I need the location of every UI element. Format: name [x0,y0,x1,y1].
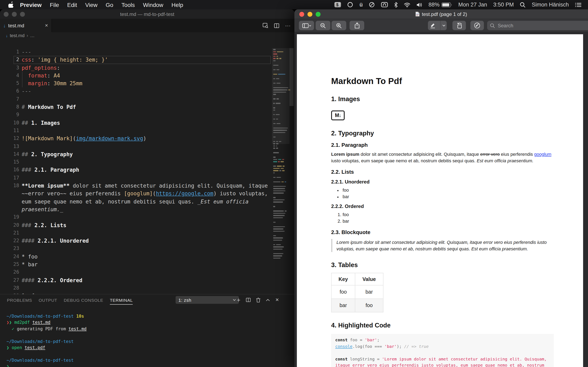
code-line[interactable]: 10## 1. Images [0,119,294,127]
new-terminal-icon[interactable]: + [237,296,241,303]
zoom-window-button[interactable] [316,12,320,17]
code-line[interactable]: praesentium._ [0,206,294,213]
dollar-app-icon[interactable]: $ [335,2,341,7]
pdf-code-block: const foo = 'bar';console.log(foo === 'b… [331,334,554,367]
zoom-window-button[interactable] [20,12,25,17]
minimize-window-button[interactable] [12,12,17,17]
code-line[interactable]: 28 [0,284,294,292]
code-line[interactable]: 26 [0,268,294,276]
search-input[interactable] [497,22,580,29]
code-line[interactable]: 1--- [0,48,294,56]
kill-terminal-icon[interactable] [256,298,260,302]
volume-icon[interactable] [417,2,423,7]
code-line[interactable]: 6--- [0,87,294,95]
close-window-button[interactable] [4,12,9,17]
bluetooth-icon[interactable] [394,2,398,8]
code-line[interactable]: 16### 2.1. Paragraph [0,166,294,174]
highlight-button[interactable] [428,21,447,30]
code-line[interactable]: 8# Markdown To Pdf [0,103,294,111]
maximize-panel-icon[interactable] [266,299,270,301]
code-line[interactable]: 25* bar [0,261,294,268]
window-app-icon[interactable] [381,2,388,7]
menu-tools[interactable]: Tools [117,1,139,8]
breadcrumb[interactable]: ↓ test.md › … [0,32,294,39]
menu-go[interactable]: Go [102,1,117,8]
code-line[interactable]: 22#### 2.2.1. Unordered [0,237,294,245]
menu-help[interactable]: Help [167,1,187,8]
code-line[interactable]: 18**Lorem ipsum** dolor sit amet consect… [0,182,294,190]
code-line[interactable]: 27#### 2.2.2. Ordered [0,276,294,284]
code-line[interactable]: 17 [0,174,294,182]
code-line[interactable]: 5 margin: 30mm 25mm [0,80,294,87]
apple-menu-icon[interactable] [8,2,13,8]
minimap[interactable] [272,48,290,294]
circle-app-icon[interactable] [347,2,354,8]
terminal-line: ~/Downloads/md-to-pdf-test 10s [7,313,290,319]
terminal-output[interactable]: ~/Downloads/md-to-pdf-test 10s❯❯ md2pdf … [7,313,290,367]
list-menu-icon[interactable] [575,2,581,7]
menu-window[interactable]: Window [139,1,167,8]
rotate-button[interactable] [452,21,466,30]
preview-title-bar[interactable]: test.pdf (page 1 of 2) [294,9,588,19]
vscode-window: test.md — md-to-pdf-test ↓ test.md ✕ ⋯ ↓… [0,9,294,367]
markup-button[interactable] [470,21,484,30]
share-button[interactable] [350,21,364,30]
breadcrumb-file[interactable]: test.md [10,33,25,38]
code-line[interactable]: 21 [0,229,294,237]
code-line[interactable]: 9 [0,111,294,119]
active-app-menu[interactable]: Preview [16,1,46,8]
zoom-in-button[interactable] [332,21,346,30]
code-line[interactable]: 13 [0,142,294,150]
editor-scrollbar-thumb[interactable] [290,48,294,106]
menu-bar-date[interactable]: Mon 27 Jan [458,2,487,8]
code-line[interactable]: 15 [0,158,294,166]
code-line[interactable]: 7 [0,95,294,103]
code-line[interactable]: 23 [0,245,294,253]
menu-bar-time[interactable]: 3:50 PM [493,2,514,8]
code-line[interactable]: eum saepe quae nemo et ab, nostrum debit… [0,198,294,206]
panel-tab-debug-console[interactable]: DEBUG CONSOLE [64,298,103,302]
search-field[interactable] [487,21,588,30]
menu-file[interactable]: File [46,1,63,8]
code-line[interactable]: 19 [0,213,294,221]
code-line[interactable]: 20### 2.2. Lists [0,221,294,229]
user-menu[interactable]: Simon Hänisch [532,2,569,8]
code-line[interactable]: 11 [0,127,294,135]
minimap-line [273,172,275,173]
view-menu-button[interactable] [299,21,314,30]
code-line[interactable]: 24* foo [0,253,294,261]
code-line[interactable]: ~~error vero~~ eius perferendis [googlum… [0,190,294,198]
spotlight-search-icon[interactable] [520,2,526,8]
close-window-button[interactable] [299,12,304,17]
tab-test-md[interactable]: ↓ test.md ✕ [0,19,52,32]
do-not-disturb-icon[interactable] [369,2,375,8]
code-line[interactable]: 291. f [0,292,294,294]
menu-view[interactable]: View [81,1,102,8]
split-editor-icon[interactable] [274,23,279,28]
pdf-link[interactable]: googlum [534,152,551,157]
code-line[interactable]: 12![Markdown Mark](img/markdown-mark.svg… [0,135,294,143]
shell-selector[interactable]: 1: zsh [176,296,239,304]
close-tab-icon[interactable]: ✕ [45,23,48,28]
close-panel-icon[interactable]: ✕ [275,297,279,303]
code-line[interactable]: 2css: 'img { height: 3em; }' [0,56,294,64]
code-editor[interactable]: 1---2css: 'img { height: 3em; }'3pdf_opt… [0,48,294,294]
split-terminal-icon[interactable] [246,298,251,302]
code-line[interactable]: 3pdf_options: [0,64,294,72]
panel-tab-output[interactable]: OUTPUT [39,298,57,302]
breadcrumb-symbol[interactable]: … [30,33,35,38]
minimize-window-button[interactable] [307,12,312,17]
code-line[interactable]: 14## 2. Typography [0,150,294,158]
battery-status[interactable]: 88% [429,2,452,8]
panel-tab-problems[interactable]: PROBLEMS [7,298,32,302]
vscode-title-bar[interactable]: test.md — md-to-pdf-test [0,9,294,19]
wifi-icon[interactable] [404,2,411,7]
code-line[interactable]: 4 format: A4 [0,72,294,80]
u-umlaut-app-icon[interactable]: ü [360,2,363,8]
pdf-view[interactable]: Markdown To Pdf1. ImagesM↓2. Typography2… [294,32,588,367]
zoom-out-button[interactable] [316,21,330,30]
open-preview-icon[interactable] [263,23,268,28]
menu-edit[interactable]: Edit [63,1,81,8]
panel-tab-terminal[interactable]: TERMINAL [110,298,133,304]
more-actions-icon[interactable]: ⋯ [285,22,291,29]
